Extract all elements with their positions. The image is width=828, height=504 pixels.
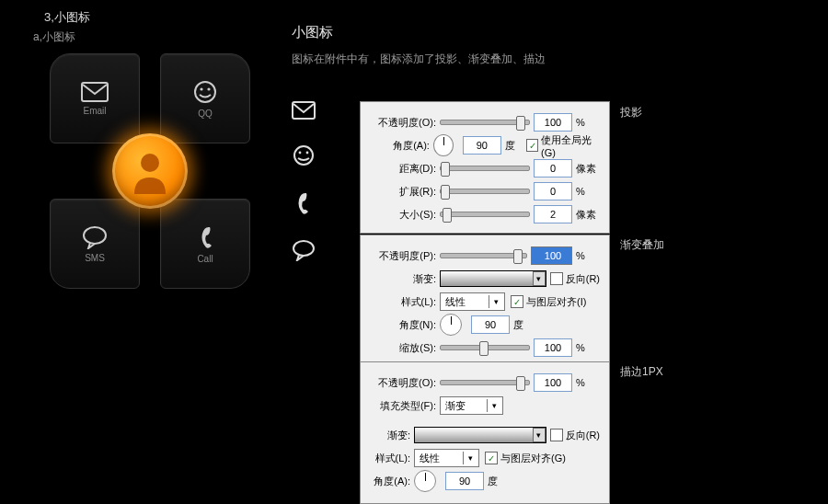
style-select[interactable]: 线性▾ [440, 292, 505, 311]
svg-point-3 [207, 87, 210, 90]
tag-stroke: 描边1PX [620, 364, 663, 380]
svg-point-10 [293, 241, 314, 256]
align-checkbox[interactable]: ✓ [485, 452, 498, 464]
reverse-label: 反向(R) [566, 272, 600, 286]
unit: % [576, 117, 600, 128]
size-input[interactable] [534, 205, 572, 223]
unit: % [576, 186, 600, 197]
unit: % [576, 250, 600, 261]
spread-label: 扩展(R): [370, 185, 440, 199]
tile-label: SMS [85, 253, 105, 263]
align-label: 与图层对齐(G) [500, 452, 566, 465]
angle-dial[interactable] [433, 134, 454, 156]
size-label: 大小(S): [370, 208, 440, 222]
tile-qq[interactable]: QQ [160, 53, 250, 143]
svg-rect-6 [293, 102, 315, 119]
icon-column [292, 101, 316, 261]
spread-slider[interactable] [440, 189, 530, 194]
size-slider[interactable] [440, 212, 530, 217]
gradient-label: 渐变: [370, 429, 414, 442]
svg-point-8 [299, 152, 302, 155]
global-light-label: 使用全局光(G) [541, 133, 600, 158]
avatar-center[interactable] [112, 133, 188, 209]
angle-input[interactable] [463, 136, 501, 155]
svg-point-2 [200, 87, 202, 90]
scale-slider[interactable] [440, 345, 530, 350]
chevron-down-icon[interactable]: ▾ [533, 271, 546, 286]
opacity-label: 不透明度(P): [370, 249, 440, 263]
global-light-checkbox[interactable]: ✓ [526, 139, 538, 152]
fill-select[interactable]: 渐变▾ [440, 396, 503, 415]
style-select[interactable]: 线性▾ [414, 449, 479, 467]
panel-stroke: 不透明度(O):% 填充类型(F):渐变▾ 渐变:▾反向(R) 样式(L):线性… [360, 361, 610, 504]
gradient-picker[interactable]: ▾ [414, 427, 546, 443]
tile-sms[interactable]: SMS [50, 199, 140, 289]
opacity-input[interactable] [534, 113, 572, 132]
style-label: 样式(L): [370, 452, 414, 465]
angle-label: 角度(N): [370, 318, 440, 332]
opacity-input[interactable] [531, 246, 572, 265]
angle-dial[interactable] [440, 314, 462, 336]
angle-label: 角度(A): [370, 139, 433, 153]
tag-shadow: 投影 [620, 105, 642, 120]
distance-label: 距离(D): [370, 162, 440, 176]
angle-input[interactable] [471, 315, 510, 334]
tag-overlay: 渐变叠加 [620, 237, 664, 253]
angle-dial[interactable] [414, 470, 436, 492]
icon-pad: Email QQ SMS Call [50, 53, 252, 288]
reverse-checkbox[interactable] [550, 429, 563, 441]
scale-input[interactable] [534, 338, 572, 357]
svg-rect-0 [82, 83, 108, 101]
opacity-slider[interactable] [440, 380, 530, 385]
svg-point-5 [141, 154, 159, 172]
panel-overlay: 不透明度(P):% 渐变:▾反向(R) 样式(L):线性▾✓与图层对齐(I) 角… [360, 235, 610, 367]
tile-label: Email [83, 106, 106, 116]
opacity-input[interactable] [534, 373, 572, 392]
person-icon [129, 148, 171, 194]
opacity-label: 不透明度(O): [370, 376, 440, 390]
page-subheading: a,小图标 [33, 29, 75, 45]
call-icon [292, 191, 312, 215]
opacity-slider[interactable] [440, 253, 527, 258]
unit: 度 [513, 318, 537, 332]
reverse-checkbox[interactable] [550, 272, 563, 285]
distance-slider[interactable] [440, 166, 530, 171]
chevron-down-icon: ▾ [487, 399, 500, 412]
distance-input[interactable] [534, 159, 572, 178]
svg-point-4 [84, 227, 106, 244]
qq-icon [292, 143, 316, 167]
svg-point-9 [306, 152, 309, 155]
gradient-picker[interactable]: ▾ [440, 270, 546, 287]
style-label: 样式(L): [370, 295, 440, 309]
chevron-down-icon: ▾ [489, 295, 502, 308]
angle-label: 角度(A): [370, 475, 414, 488]
fill-label: 填充类型(F): [370, 399, 440, 413]
email-icon [81, 82, 109, 102]
panel-shadow: 不透明度(O):% 角度(A):度✓使用全局光(G) 距离(D):像素 扩展(R… [360, 101, 610, 234]
tile-label: Call [197, 254, 213, 264]
sms-icon [292, 239, 316, 261]
gradient-label: 渐变: [370, 272, 440, 286]
tile-email[interactable]: Email [50, 53, 140, 143]
angle-input[interactable] [445, 472, 484, 490]
tile-call[interactable]: Call [160, 199, 250, 289]
chevron-down-icon[interactable]: ▾ [533, 428, 546, 442]
chevron-down-icon: ▾ [463, 452, 477, 464]
unit: 像素 [576, 162, 600, 176]
section-title: 小图标 [292, 24, 333, 41]
align-checkbox[interactable]: ✓ [511, 295, 523, 308]
svg-point-1 [195, 82, 215, 102]
section-desc: 图标在附件中有，图标添加了投影、渐变叠加、描边 [292, 52, 546, 67]
align-label: 与图层对齐(I) [526, 295, 586, 309]
scale-label: 缩放(S): [370, 341, 440, 355]
spread-input[interactable] [534, 182, 572, 200]
tile-label: QQ [198, 109, 213, 119]
reverse-label: 反向(R) [566, 429, 600, 442]
unit: 度 [488, 475, 512, 488]
opacity-label: 不透明度(O): [370, 116, 440, 130]
opacity-slider[interactable] [440, 120, 530, 125]
unit: 度 [505, 139, 526, 153]
unit: % [576, 342, 600, 353]
unit: 像素 [576, 208, 600, 222]
svg-point-7 [294, 146, 313, 165]
